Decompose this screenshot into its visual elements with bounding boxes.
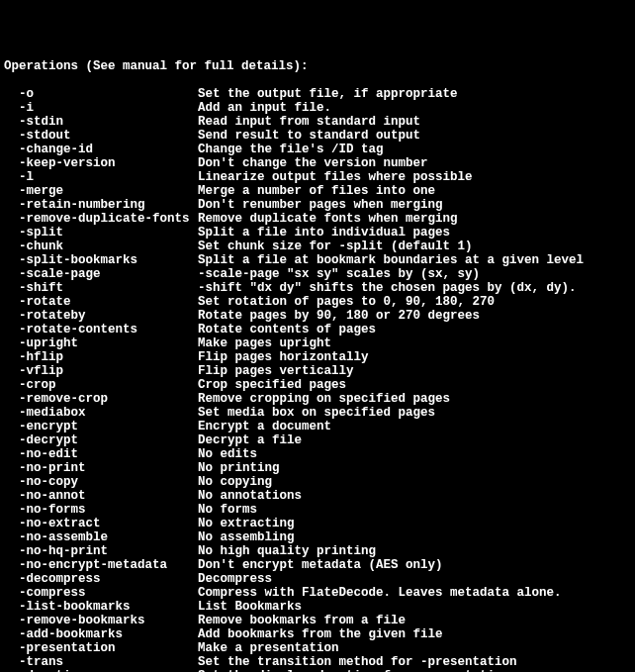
operation-flag: -i	[4, 101, 198, 115]
operation-row: -no-formsNo forms	[4, 503, 635, 517]
operation-flag: -no-annot	[4, 489, 198, 503]
operation-description: Split a file into individual pages	[198, 226, 450, 240]
operation-row: -add-bookmarksAdd bookmarks from the giv…	[4, 627, 635, 641]
operation-description: Read input from standard input	[198, 115, 420, 129]
operation-flag: -chunk	[4, 240, 198, 253]
operation-row: -mergeMerge a number of files into one	[4, 184, 635, 198]
operation-row: -stdinRead input from standard input	[4, 115, 635, 129]
operation-row: -no-annotNo annotations	[4, 489, 635, 503]
operation-row: -hflipFlip pages horizontally	[4, 350, 635, 364]
operation-flag: -stdin	[4, 115, 198, 129]
operation-flag: -remove-crop	[4, 392, 198, 406]
operation-description: Flip pages vertically	[198, 364, 354, 378]
operation-row: -shift-shift "dx dy" shifts the chosen p…	[4, 281, 635, 295]
operation-description: No forms	[198, 503, 257, 517]
operation-flag: -shift	[4, 281, 198, 295]
operation-row: -presentationMake a presentation	[4, 641, 635, 655]
operation-flag: -compress	[4, 586, 198, 600]
operation-flag: -no-copy	[4, 475, 198, 489]
operation-flag: -no-extract	[4, 517, 198, 530]
operation-description: No edits	[198, 447, 257, 461]
operation-row: -stdoutSend result to standard output	[4, 129, 635, 143]
operation-description: No assembling	[198, 530, 295, 544]
operations-list: -oSet the output file, if appropriate -i…	[4, 87, 635, 672]
operation-row: -encryptEncrypt a document	[4, 420, 635, 433]
operation-description: Make pages upright	[198, 336, 331, 350]
operation-flag: -retain-numbering	[4, 198, 198, 212]
operation-flag: -presentation	[4, 641, 198, 655]
operation-flag: -remove-bookmarks	[4, 614, 198, 627]
operation-description: Don't renumber pages when merging	[198, 198, 443, 212]
operation-flag: -upright	[4, 336, 198, 350]
operation-row: -no-assembleNo assembling	[4, 530, 635, 544]
operation-row: -rotatebyRotate pages by 90, 180 or 270 …	[4, 309, 635, 323]
operation-flag: -mediabox	[4, 406, 198, 420]
operation-row: -mediaboxSet media box on specified page…	[4, 406, 635, 420]
operation-description: Rotate contents of pages	[198, 323, 376, 336]
operation-row: -no-hq-printNo high quality printing	[4, 544, 635, 558]
operation-description: Decompress	[198, 572, 272, 586]
operation-description: Set media box on specified pages	[198, 406, 435, 420]
operation-row: -scale-page-scale-page "sx sy" scales by…	[4, 267, 635, 281]
operation-row: -splitSplit a file into individual pages	[4, 226, 635, 240]
operation-description: -shift "dx dy" shifts the chosen pages b…	[198, 281, 577, 295]
operation-row: -split-bookmarksSplit a file at bookmark…	[4, 253, 635, 267]
operation-row: -oSet the output file, if appropriate	[4, 87, 635, 101]
operation-flag: -list-bookmarks	[4, 600, 198, 614]
operation-flag: -no-forms	[4, 503, 198, 517]
operation-flag: -l	[4, 170, 198, 184]
operation-flag: -add-bookmarks	[4, 627, 198, 641]
operation-description: Rotate pages by 90, 180 or 270 degrees	[198, 309, 480, 323]
operation-flag: -hflip	[4, 350, 198, 364]
operation-flag: -split	[4, 226, 198, 240]
operation-description: Split a file at bookmark boundaries at a…	[198, 253, 584, 267]
operation-flag: -no-edit	[4, 447, 198, 461]
operation-row: -no-printNo printing	[4, 461, 635, 475]
operation-flag: -split-bookmarks	[4, 253, 198, 267]
operation-description: No high quality printing	[198, 544, 376, 558]
operation-row: -lLinearize output files where possible	[4, 170, 635, 184]
operation-flag: -stdout	[4, 129, 198, 143]
operation-description: Flip pages horizontally	[198, 350, 369, 364]
operation-description: Compress with FlateDecode. Leaves metada…	[198, 586, 562, 600]
operation-description: Remove bookmarks from a file	[198, 614, 406, 627]
operation-row: -uprightMake pages upright	[4, 336, 635, 350]
operation-flag: -no-assemble	[4, 530, 198, 544]
operation-description: No copying	[198, 475, 272, 489]
operation-description: Add an input file.	[198, 101, 331, 115]
operation-flag: -no-hq-print	[4, 544, 198, 558]
operation-row: -compressCompress with FlateDecode. Leav…	[4, 586, 635, 600]
operation-description: Set rotation of pages to 0, 90, 180, 270	[198, 295, 495, 309]
operation-description: No extracting	[198, 517, 295, 530]
operation-description: Encrypt a document	[198, 420, 331, 433]
operation-description: No printing	[198, 461, 280, 475]
operation-row: -iAdd an input file.	[4, 101, 635, 115]
operation-description: Merge a number of files into one	[198, 184, 435, 198]
operation-row: -vflipFlip pages vertically	[4, 364, 635, 378]
operation-row: -transSet the transition method for -pre…	[4, 655, 635, 669]
operation-row: -decompressDecompress	[4, 572, 635, 586]
operation-row: -rotate-contentsRotate contents of pages	[4, 323, 635, 336]
operation-flag: -vflip	[4, 364, 198, 378]
operation-flag: -encrypt	[4, 420, 198, 433]
operation-row: -retain-numberingDon't renumber pages wh…	[4, 198, 635, 212]
operation-description: Add bookmarks from the given file	[198, 627, 443, 641]
operation-flag: -change-id	[4, 143, 198, 156]
operations-header: Operations (See manual for full details)…	[4, 59, 635, 73]
operation-flag: -remove-duplicate-fonts	[4, 212, 198, 226]
operation-flag: -rotateby	[4, 309, 198, 323]
operation-description: Remove duplicate fonts when merging	[198, 212, 458, 226]
operation-flag: -decompress	[4, 572, 198, 586]
operation-description: Change the file's /ID tag	[198, 143, 384, 156]
operation-description: No annotations	[198, 489, 302, 503]
operation-description: Remove cropping on specified pages	[198, 392, 450, 406]
operation-flag: -crop	[4, 378, 198, 392]
operation-flag: -rotate	[4, 295, 198, 309]
operation-row: -no-extractNo extracting	[4, 517, 635, 530]
operation-description: -scale-page "sx sy" scales by (sx, sy)	[198, 267, 480, 281]
operation-row: -no-copyNo copying	[4, 475, 635, 489]
operation-flag: -no-encrypt-metadata	[4, 558, 198, 572]
operation-row: -decryptDecrypt a file	[4, 433, 635, 447]
operation-description: Set the transition method for -presentat…	[198, 655, 517, 669]
operation-description: Don't encrypt metadata (AES only)	[198, 558, 443, 572]
